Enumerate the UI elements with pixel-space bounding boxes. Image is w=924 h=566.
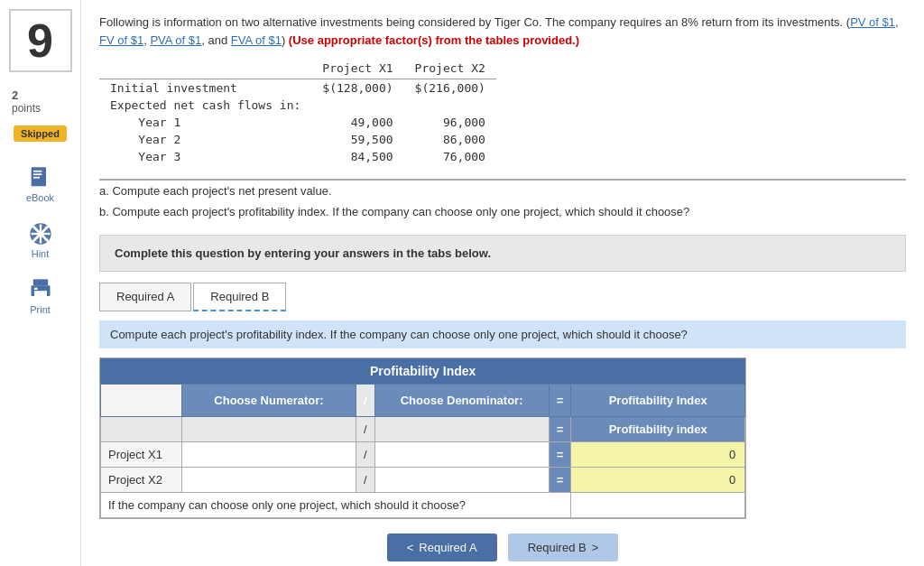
- pi-sub-slash: /: [356, 416, 375, 441]
- print-label: Print: [30, 304, 51, 315]
- pi-footer-input[interactable]: [578, 496, 737, 514]
- main-content: Following is information on two alternat…: [81, 0, 924, 566]
- pi-row-x1-result: 0: [571, 441, 745, 467]
- ebook-button[interactable]: eBook: [26, 165, 54, 203]
- pi-sub-label: [101, 416, 182, 441]
- year3-x1: 84,500: [311, 148, 403, 165]
- pi-x1-numerator-input[interactable]: [189, 446, 348, 463]
- pi-row-x1-equals: =: [549, 441, 571, 467]
- next-button[interactable]: Required B >: [508, 534, 619, 561]
- svg-rect-0: [32, 167, 46, 186]
- part-b: b. Compute each project's profitability …: [99, 203, 906, 222]
- pi-footer-label: If the company can choose only one proje…: [101, 492, 571, 517]
- sub-q-b: b. Compute each project's profitability …: [99, 205, 689, 218]
- year1-x2: 96,000: [404, 114, 496, 131]
- pi-row-x1-label: Project X1: [101, 441, 182, 467]
- pv-link[interactable]: PV of $1: [850, 15, 895, 29]
- sub-q-a: a. Compute each project's net present va…: [99, 184, 332, 198]
- pi-header-equals: =: [549, 384, 571, 416]
- pi-header-numerator: Choose Numerator:: [182, 384, 356, 416]
- pi-footer-answer[interactable]: [571, 492, 745, 517]
- initial-investment-label: Initial investment: [99, 79, 311, 97]
- pi-row-x2-label: Project X2: [101, 467, 182, 492]
- svg-rect-12: [34, 291, 47, 298]
- pi-table: Choose Numerator: / Choose Denominator: …: [100, 384, 745, 518]
- points-label: points: [12, 102, 41, 115]
- pi-header-denominator: Choose Denominator:: [374, 384, 549, 416]
- info-bar: Compute each project's profitability ind…: [99, 320, 906, 348]
- prev-icon: <: [407, 541, 414, 554]
- year3-x2: 76,000: [404, 148, 496, 165]
- prev-button[interactable]: < Required A: [387, 534, 497, 561]
- sidebar: 9 2 points Skipped eBook Hi: [0, 0, 81, 566]
- pi-header-blank: [101, 384, 182, 416]
- instruction-text: Complete this question by entering your …: [115, 246, 491, 260]
- pi-subheader-row: / = Profitability index: [101, 416, 745, 441]
- col-x1-header: Project X1: [311, 60, 403, 79]
- cashflows-label: Expected net cash flows in:: [99, 97, 311, 114]
- pi-row-x1-numerator[interactable]: [182, 441, 356, 467]
- info-bar-text: Compute each project's profitability ind…: [110, 328, 688, 341]
- svg-rect-13: [34, 288, 38, 290]
- tab-required-a[interactable]: Required A: [99, 283, 191, 311]
- initial-x1: $(128,000): [311, 79, 403, 97]
- bottom-nav: < Required A Required B >: [99, 534, 906, 561]
- sub-questions: a. Compute each project's net present va…: [99, 182, 906, 222]
- skipped-badge: Skipped: [14, 125, 67, 142]
- hint-label: Hint: [32, 248, 50, 259]
- table-row: Project X2 / = 0: [101, 467, 745, 492]
- initial-x2: $(216,000): [404, 79, 496, 97]
- pi-row-x2-result: 0: [571, 467, 745, 492]
- hint-button[interactable]: Hint: [28, 221, 53, 259]
- hint-icon: [28, 221, 53, 246]
- pi-row-x1-denominator[interactable]: [374, 441, 549, 467]
- year2-label: Year 2: [99, 131, 311, 148]
- year2-x1: 59,500: [311, 131, 403, 148]
- pi-section: Profitability Index Choose Numerator: / …: [99, 357, 746, 519]
- next-chevron-icon: >: [592, 541, 599, 554]
- pi-row-x2-numerator[interactable]: [182, 467, 356, 492]
- svg-rect-3: [33, 177, 40, 179]
- question-number: 9: [9, 9, 72, 72]
- col-label-header: [99, 60, 311, 79]
- year1-label: Year 1: [99, 114, 311, 131]
- question-text: Following is information on two alternat…: [99, 14, 906, 49]
- next-label: Required B: [528, 541, 587, 554]
- tabs-row: Required A Required B: [99, 283, 906, 311]
- part-a: a. Compute each project's net present va…: [99, 182, 906, 201]
- points-section: 2 points: [5, 88, 76, 115]
- pi-x1-denominator-input[interactable]: [383, 446, 541, 463]
- pi-row-x1-slash: /: [356, 441, 375, 467]
- svg-rect-2: [33, 173, 42, 175]
- cashflows-x2: [404, 97, 496, 114]
- pi-row-x2-denominator[interactable]: [374, 467, 549, 492]
- bold-instruction: (Use appropriate factor(s) from the tabl…: [289, 33, 579, 47]
- cashflows-x1: [311, 97, 403, 114]
- pi-sub-denominator: [374, 416, 549, 441]
- year3-label: Year 3: [99, 148, 311, 165]
- pi-row-x2-equals: =: [549, 467, 571, 492]
- col-x2-header: Project X2: [404, 60, 496, 79]
- pi-x2-numerator-input[interactable]: [189, 471, 348, 488]
- pva-link[interactable]: PVA of $1: [150, 33, 201, 47]
- instruction-box: Complete this question by entering your …: [99, 235, 906, 272]
- pi-title: Profitability Index: [100, 358, 745, 384]
- print-button[interactable]: Print: [28, 277, 53, 315]
- pi-footer-row: If the company can choose only one proje…: [101, 492, 745, 517]
- year1-x1: 49,000: [311, 114, 403, 131]
- svg-rect-10: [32, 279, 47, 285]
- ebook-icon: [27, 165, 52, 190]
- table-row: Project X1 / = 0: [101, 441, 745, 467]
- fv-link[interactable]: FV of $1: [99, 33, 143, 47]
- pi-x2-denominator-input[interactable]: [383, 471, 541, 488]
- print-icon: [28, 277, 53, 302]
- pi-row-x2-slash: /: [356, 467, 375, 492]
- pi-header-slash: /: [356, 384, 375, 416]
- fva-link[interactable]: FVA of $1: [231, 33, 282, 47]
- data-table: Project X1 Project X2 Initial investment…: [99, 60, 496, 165]
- tab-required-b[interactable]: Required B: [193, 283, 286, 311]
- pi-header-result: Profitability Index: [571, 384, 745, 416]
- pi-sub-result-label: Profitability index: [571, 416, 745, 441]
- pi-sub-equals: =: [549, 416, 571, 441]
- ebook-label: eBook: [26, 192, 54, 203]
